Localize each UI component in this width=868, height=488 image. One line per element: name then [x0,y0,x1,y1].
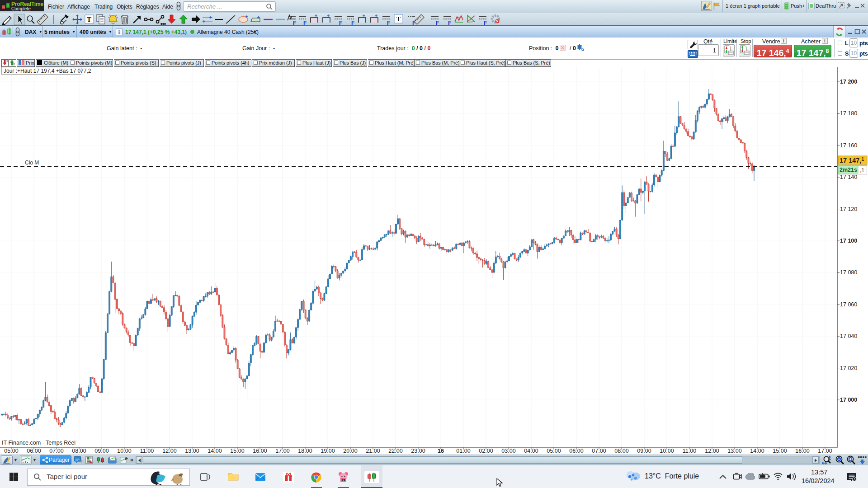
svg-text:02:00: 02:00 [479,448,493,454]
svg-text:T: T [87,16,91,23]
svg-text:T: T [396,15,401,23]
svg-text:09:00: 09:00 [94,448,108,454]
svg-text:15:00: 15:00 [230,448,244,454]
svg-text:14:00: 14:00 [208,448,222,454]
svg-text:17 180: 17 180 [840,110,857,117]
svg-text:20:00: 20:00 [343,448,357,454]
svg-text:06:00: 06:00 [569,448,583,454]
svg-text:12:00: 12:00 [705,448,719,454]
svg-text:10:00: 10:00 [117,448,131,454]
svg-text:Clo M: Clo M [25,160,39,166]
svg-text:17 020: 17 020 [840,365,857,371]
svg-text:13:00: 13:00 [727,448,741,454]
svg-text:08:00: 08:00 [72,448,86,454]
svg-text:2m21s: 2m21s [840,167,857,173]
svg-text:,1: ,1 [860,167,864,174]
svg-text:17:00: 17:00 [275,448,289,454]
svg-text:13:00: 13:00 [185,448,199,454]
svg-text:10:00: 10:00 [660,448,674,454]
svg-text:18:00: 18:00 [298,448,312,454]
svg-text:16:00: 16:00 [253,448,267,454]
svg-text:17:00: 17:00 [818,448,832,454]
svg-text:23:00: 23:00 [411,448,425,454]
svg-text:04:00: 04:00 [524,448,538,454]
svg-text:16: 16 [438,448,444,454]
svg-text:21:00: 21:00 [366,448,380,454]
svg-text:14:00: 14:00 [750,448,764,454]
svg-text:06:00: 06:00 [27,448,41,454]
svg-text:19:00: 19:00 [321,448,335,454]
svg-text:11:00: 11:00 [140,448,154,454]
svg-text:05:00: 05:00 [4,448,18,454]
svg-text:17 147,1: 17 147,1 [840,157,864,164]
svg-text:16:00: 16:00 [795,448,809,454]
svg-text:15:00: 15:00 [773,448,787,454]
svg-text:17 200: 17 200 [840,79,857,85]
svg-text:17 000: 17 000 [840,397,857,403]
svg-text:Jour :+Haut 17 197,4 +Bas 17 0: Jour :+Haut 17 197,4 +Bas 17 077,2 [4,68,91,74]
svg-text:03:00: 03:00 [501,448,515,454]
svg-text:01:00: 01:00 [456,448,470,454]
svg-text:05:00: 05:00 [547,448,561,454]
svg-text:12:00: 12:00 [162,448,176,454]
svg-text:17 100: 17 100 [840,238,857,244]
svg-text:17 140: 17 140 [840,174,857,180]
svg-text:08:00: 08:00 [614,448,628,454]
svg-text:17 120: 17 120 [840,206,857,212]
svg-text:11:00: 11:00 [683,448,696,454]
svg-text:17 060: 17 060 [840,301,857,308]
svg-text:09:00: 09:00 [637,448,651,454]
svg-text:07:00: 07:00 [592,448,606,454]
svg-text:17 160: 17 160 [840,142,857,149]
svg-text:07:00: 07:00 [49,448,63,454]
svg-text:17 080: 17 080 [840,269,857,276]
svg-text:22:00: 22:00 [388,448,402,454]
svg-text:17 040: 17 040 [840,333,857,339]
svg-text:IT-Finance.com - Temps Réel: IT-Finance.com - Temps Réel [2,440,75,446]
